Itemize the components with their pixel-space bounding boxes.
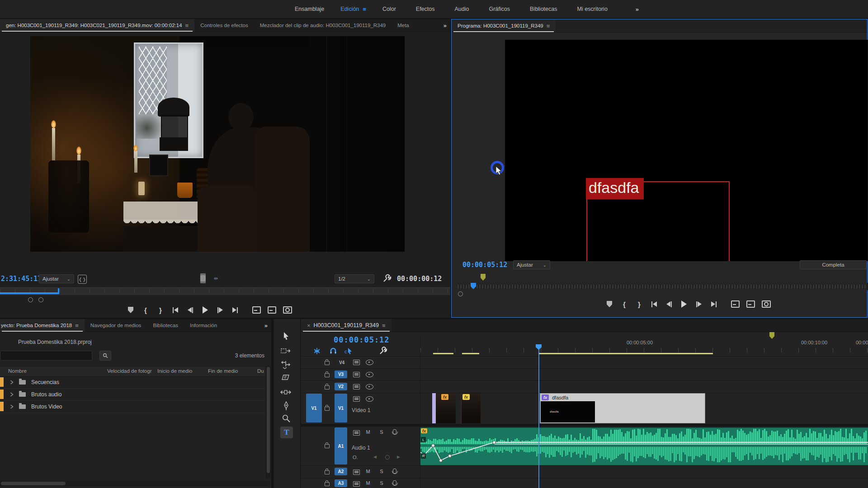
source-patch-v1[interactable]: V1 bbox=[306, 394, 322, 422]
timeline-settings-wrench-icon[interactable] bbox=[379, 346, 388, 355]
eye-icon[interactable] bbox=[366, 360, 373, 365]
sync-lock-icon[interactable] bbox=[353, 481, 360, 487]
column-header-fin[interactable]: Fin de medio bbox=[208, 368, 238, 374]
panel-menu-icon[interactable]: ≡ bbox=[185, 22, 189, 29]
bin-row-secuencias[interactable]: Secuencias bbox=[0, 376, 265, 389]
text-overlay-highlighted[interactable]: dfasdfa bbox=[586, 178, 644, 199]
source-out-grip[interactable] bbox=[38, 297, 43, 302]
lock-icon[interactable] bbox=[325, 407, 330, 411]
workspace-overflow-button[interactable]: » bbox=[636, 6, 639, 13]
label-color-chip[interactable] bbox=[0, 402, 4, 411]
source-scrubber[interactable] bbox=[0, 287, 450, 295]
add-marker-button[interactable] bbox=[605, 300, 613, 309]
pen-tool[interactable] bbox=[282, 401, 291, 411]
label-color-chip[interactable] bbox=[0, 389, 4, 399]
search-button[interactable] bbox=[99, 351, 111, 361]
go-to-out-button[interactable] bbox=[231, 305, 239, 314]
mark-in-button[interactable]: { bbox=[142, 305, 150, 314]
timeline-clip-audio[interactable]: fx L R bbox=[420, 427, 868, 465]
sync-lock-icon[interactable] bbox=[353, 372, 360, 377]
step-back-button[interactable] bbox=[186, 305, 194, 314]
mute-button[interactable]: M bbox=[365, 469, 371, 474]
mic-icon[interactable] bbox=[393, 469, 396, 474]
add-keyframe-button[interactable] bbox=[385, 455, 390, 460]
workspace-tab-ensamblaje[interactable]: Ensamblaje bbox=[285, 6, 334, 12]
clip-selection-edge[interactable] bbox=[432, 393, 436, 423]
track-name-video1[interactable]: Vídeo 1 bbox=[352, 407, 370, 413]
source-video-image[interactable] bbox=[30, 36, 405, 252]
lock-icon[interactable] bbox=[325, 444, 330, 448]
bin-name[interactable]: Brutos audio bbox=[31, 391, 61, 398]
tab-media-browser[interactable]: Navegador de medios bbox=[85, 319, 147, 332]
export-frame-button[interactable] bbox=[762, 300, 771, 309]
track-target-v3[interactable]: V3 bbox=[335, 371, 347, 378]
tab-info[interactable]: Información bbox=[184, 319, 223, 332]
go-to-out-button[interactable] bbox=[710, 300, 718, 309]
bin-row-brutos-video[interactable]: Brutos Video bbox=[0, 400, 265, 413]
slip-tool[interactable] bbox=[280, 388, 291, 397]
add-marker-button[interactable] bbox=[127, 305, 135, 314]
go-to-in-button[interactable] bbox=[171, 305, 179, 314]
workspace-tab-efectos[interactable]: Efectos bbox=[406, 6, 445, 12]
mic-icon[interactable] bbox=[393, 429, 396, 434]
lock-icon[interactable] bbox=[325, 361, 330, 365]
go-to-in-button[interactable] bbox=[650, 300, 658, 309]
extract-button[interactable] bbox=[746, 300, 755, 309]
track-target-a3[interactable]: A3 bbox=[335, 479, 347, 487]
track-target-a2[interactable]: A2 bbox=[335, 468, 347, 475]
sync-lock-icon[interactable] bbox=[353, 360, 360, 365]
chevron-right-icon[interactable] bbox=[10, 380, 14, 385]
eye-icon[interactable] bbox=[366, 372, 373, 377]
type-tool-active[interactable]: T bbox=[280, 427, 293, 438]
timeline-ruler[interactable]: 00:00:05:00 00:00:10:00 00:00:1 bbox=[420, 335, 868, 355]
play-button[interactable] bbox=[201, 305, 209, 314]
chevron-right-icon[interactable] bbox=[10, 404, 14, 409]
source-wrench-icon[interactable] bbox=[382, 273, 392, 283]
program-video-frame[interactable]: dfasdfa bbox=[505, 40, 868, 261]
scrollbar-thumb[interactable] bbox=[267, 367, 270, 473]
volume-rubber-band[interactable] bbox=[420, 428, 868, 465]
column-header-nombre[interactable]: Nombre bbox=[8, 368, 27, 374]
program-scrubber[interactable] bbox=[458, 283, 868, 290]
track-select-tool[interactable] bbox=[281, 347, 291, 355]
step-forward-button[interactable] bbox=[695, 300, 703, 309]
lock-icon[interactable] bbox=[325, 385, 330, 389]
tab-project[interactable]: yecto: Prueba Domestika 2018 ≡ bbox=[0, 319, 85, 332]
sync-lock-icon[interactable] bbox=[353, 469, 360, 475]
track-target-v4[interactable]: V4 bbox=[335, 359, 348, 366]
timeline-timecode[interactable]: 00:00:05:12 bbox=[334, 335, 390, 344]
project-search-input[interactable] bbox=[0, 351, 92, 361]
source-fit-select[interactable]: Ajustar⌄ bbox=[39, 274, 74, 283]
tab-source-clip[interactable]: gen: H003C001_190119_R349: H003C021_1901… bbox=[0, 19, 194, 32]
source-settings-icon[interactable]: ⇻ bbox=[213, 276, 222, 281]
close-icon[interactable]: × bbox=[307, 322, 311, 329]
mute-button[interactable]: M bbox=[365, 480, 371, 486]
workspace-tab-graficos[interactable]: Gráficos bbox=[479, 6, 520, 12]
solo-button[interactable]: S bbox=[378, 469, 385, 474]
mic-icon[interactable] bbox=[393, 480, 396, 485]
zoom-tool[interactable] bbox=[282, 414, 291, 423]
play-button[interactable] bbox=[680, 300, 688, 309]
program-sequence-marker[interactable] bbox=[481, 274, 486, 281]
lock-icon[interactable] bbox=[325, 482, 330, 486]
eye-icon[interactable] bbox=[366, 384, 373, 389]
bin-row-brutos-audio[interactable]: Brutos audio bbox=[0, 388, 265, 401]
panel-menu-icon[interactable]: ≡ bbox=[75, 322, 79, 329]
panel-menu-icon[interactable]: ≡ bbox=[382, 322, 386, 329]
workspace-tab-mi-escritorio[interactable]: Mi escritorio bbox=[567, 6, 617, 12]
track-target-a1[interactable]: A1 bbox=[335, 427, 347, 465]
workspace-tab-color[interactable]: Color bbox=[373, 6, 406, 12]
panel-menu-icon[interactable]: ≡ bbox=[547, 23, 550, 29]
track-target-v2[interactable]: V2 bbox=[335, 383, 347, 390]
workspace-tab-bibliotecas[interactable]: Bibliotecas bbox=[520, 6, 567, 12]
overwrite-button[interactable] bbox=[268, 305, 276, 314]
program-quality-select[interactable]: Completa bbox=[800, 260, 867, 269]
timeline-clip-video-2[interactable]: fx bbox=[461, 393, 481, 423]
tab-metadata[interactable]: Meta bbox=[392, 19, 415, 32]
prev-keyframe-button[interactable]: ◀ bbox=[373, 455, 377, 459]
lift-button[interactable] bbox=[731, 300, 740, 309]
insert-button[interactable] bbox=[252, 305, 261, 314]
razor-tool[interactable] bbox=[281, 374, 290, 382]
chevron-right-icon[interactable] bbox=[10, 392, 14, 397]
source-safe-margins-button[interactable]: ❬❭ bbox=[78, 275, 87, 284]
